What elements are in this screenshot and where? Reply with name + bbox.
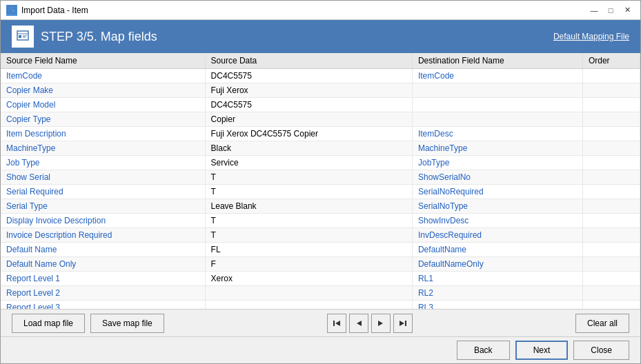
table-row[interactable]: Job TypeServiceJobType — [1, 156, 640, 170]
dest-field-cell: MachineType — [412, 141, 582, 156]
dest-field-cell: RL3 — [412, 301, 582, 310]
source-data-cell: FL — [205, 243, 412, 257]
dest-field-cell: ItemCode — [412, 69, 582, 83]
dest-field-cell: InvDescRequired — [412, 228, 582, 243]
source-data-cell: Service — [205, 156, 412, 170]
svg-rect-0 — [8, 6, 16, 13]
table-row[interactable]: Serial RequiredTSerialNoRequired — [1, 185, 640, 199]
table-row[interactable]: Copier MakeFuji Xerox — [1, 83, 640, 98]
source-field-cell: Copier Make — [1, 83, 205, 98]
source-data-cell: DC4C5575 — [205, 69, 412, 83]
map-file-buttons: Load map file Save map file — [12, 314, 164, 333]
order-cell — [582, 301, 640, 310]
source-data-cell: T — [205, 214, 412, 228]
col-source-field: Source Field Name — [1, 53, 205, 69]
order-cell — [582, 69, 640, 83]
table-row[interactable]: Copier TypeCopier — [1, 112, 640, 127]
source-field-cell: Invoice Description Required — [1, 228, 205, 243]
table-row[interactable]: Invoice Description RequiredTInvDescRequ… — [1, 228, 640, 243]
order-cell — [582, 243, 640, 257]
clear-all-button[interactable]: Clear all — [575, 314, 629, 333]
last-record-button[interactable] — [393, 314, 413, 333]
order-cell — [582, 141, 640, 156]
order-cell — [582, 272, 640, 286]
order-cell — [582, 214, 640, 228]
dest-field-cell — [412, 98, 582, 112]
source-data-cell: Xerox — [205, 272, 412, 286]
step-title: STEP 3/5. Map fields — [41, 30, 553, 44]
order-cell — [582, 286, 640, 301]
source-data-cell: F — [205, 257, 412, 272]
source-data-cell: Copier — [205, 112, 412, 127]
first-record-button[interactable] — [327, 314, 346, 333]
table-row[interactable]: Report Level 1XeroxRL1 — [1, 272, 640, 286]
minimize-button[interactable]: — — [586, 3, 602, 18]
source-data-cell: DC4C5575 — [205, 98, 412, 112]
source-field-cell: Serial Required — [1, 185, 205, 199]
source-field-cell: Report Level 3 — [1, 301, 205, 310]
footer-actions: Back Next Close — [1, 337, 640, 363]
footer-nav: Load map file Save map file — [1, 310, 640, 337]
load-map-button[interactable]: Load map file — [12, 314, 85, 333]
svg-marker-10 — [357, 321, 362, 326]
table-row[interactable]: Report Level 2RL2 — [1, 286, 640, 301]
table-row[interactable]: Show SerialTShowSerialNo — [1, 170, 640, 185]
table-row[interactable]: Default NameFLDefaultName — [1, 243, 640, 257]
table-row[interactable]: MachineTypeBlackMachineType — [1, 141, 640, 156]
order-cell — [582, 112, 640, 127]
window-title: Import Data - Item — [21, 6, 586, 15]
table-row[interactable]: Default Name OnlyFDefaultNameOnly — [1, 257, 640, 272]
source-data-cell — [205, 301, 412, 310]
source-field-cell: Report Level 1 — [1, 272, 205, 286]
col-order: Order — [582, 53, 640, 69]
dest-field-cell: JobType — [412, 156, 582, 170]
source-data-cell: Leave Blank — [205, 199, 412, 214]
table-row[interactable]: Copier ModelDC4C5575 — [1, 98, 640, 112]
default-mapping-link[interactable]: Default Mapping File — [553, 32, 629, 41]
app-icon — [6, 5, 17, 16]
table-row[interactable]: Item DescriptionFuji Xerox DC4C5575 Copi… — [1, 127, 640, 141]
source-data-cell: T — [205, 185, 412, 199]
maximize-button[interactable]: □ — [603, 3, 618, 18]
table-row[interactable]: Display Invoice DescriptionTShowInvDesc — [1, 214, 640, 228]
next-button[interactable]: Next — [515, 341, 569, 360]
source-field-cell: Display Invoice Description — [1, 214, 205, 228]
order-cell — [582, 228, 640, 243]
svg-marker-13 — [400, 321, 404, 326]
order-cell — [582, 199, 640, 214]
svg-rect-5 — [19, 35, 21, 38]
source-field-cell: Item Description — [1, 127, 205, 141]
close-button[interactable]: Close — [573, 341, 629, 360]
step-icon — [12, 26, 34, 48]
dest-field-cell: ShowInvDesc — [412, 214, 582, 228]
prev-record-button[interactable] — [349, 314, 368, 333]
table-row[interactable]: Report Level 3RL3 — [1, 301, 640, 310]
dest-field-cell: SerialNoRequired — [412, 185, 582, 199]
order-cell — [582, 98, 640, 112]
source-field-cell: ItemCode — [1, 69, 205, 83]
svg-marker-11 — [378, 321, 383, 326]
dest-field-cell — [412, 83, 582, 98]
close-window-button[interactable]: ✕ — [620, 3, 635, 18]
source-field-cell: Default Name Only — [1, 257, 205, 272]
back-button[interactable]: Back — [457, 341, 510, 360]
table-row[interactable]: ItemCodeDC4C5575ItemCode — [1, 69, 640, 83]
svg-marker-9 — [335, 321, 340, 326]
field-mapping-table: Source Field Name Source Data Destinatio… — [1, 53, 640, 310]
order-cell — [582, 257, 640, 272]
svg-rect-2 — [9, 10, 11, 12]
source-data-cell: T — [205, 170, 412, 185]
source-data-cell: T — [205, 228, 412, 243]
source-data-cell: Black — [205, 141, 412, 156]
order-cell — [582, 185, 640, 199]
table-row[interactable]: Serial TypeLeave BlankSerialNoType — [1, 199, 640, 214]
window-controls: — □ ✕ — [586, 3, 635, 18]
col-dest-field: Destination Field Name — [412, 53, 582, 69]
source-data-cell — [205, 286, 412, 301]
source-field-cell: MachineType — [1, 141, 205, 156]
source-field-cell: Report Level 2 — [1, 286, 205, 301]
source-data-cell: Fuji Xerox DC4C5575 Copier — [205, 127, 412, 141]
save-map-button[interactable]: Save map file — [90, 314, 164, 333]
source-field-cell: Serial Type — [1, 199, 205, 214]
next-record-button[interactable] — [371, 314, 391, 333]
